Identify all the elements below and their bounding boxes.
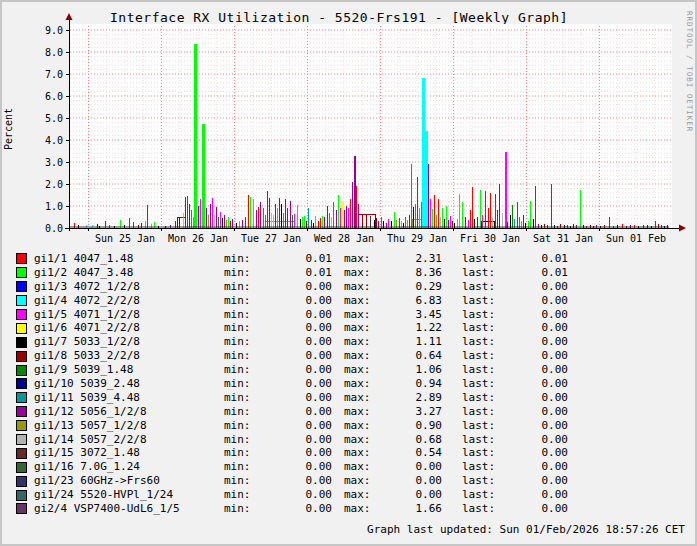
legend-max-label: max: [344,266,380,280]
legend-min-value: 0.00 [260,474,332,488]
legend-color-swatch [16,476,27,487]
legend-color-swatch [16,323,27,334]
legend-max-label: max: [344,335,380,349]
legend-min-label: min: [224,335,260,349]
legend-min-label: min: [224,308,260,322]
legend-min-label: min: [224,252,260,266]
legend-min-value: 0.00 [260,488,332,502]
legend-max-value: 1.66 [380,502,442,516]
svg-text:6.0: 6.0 [45,91,63,102]
legend-last-label: last: [462,377,506,391]
legend-last-label: last: [462,433,506,447]
legend-min-label: min: [224,474,260,488]
legend-min-value: 0.00 [260,280,332,294]
legend-last-label: last: [462,266,506,280]
legend-min-label: min: [224,294,260,308]
legend-color-swatch [16,378,27,389]
legend-last-value: 0.00 [506,488,568,502]
x-axis-tick-labels: Sun 25 JanMon 26 JanTue 27 JanWed 28 Jan… [95,233,666,244]
legend-last-value: 0.00 [506,433,568,447]
legend-color-swatch [16,420,27,431]
legend-series-name: gi1/23 60GHz->Frs60 [34,474,224,488]
legend-max-label: max: [344,294,380,308]
legend-last-label: last: [462,308,506,322]
legend-row: gi1/5 4071_1/2/8min:0.00max:3.45last:0.0… [2,308,697,322]
legend-color-swatch [16,503,27,514]
legend-row: gi1/24 5520-HVPl_1/24min:0.00max:0.00las… [2,488,697,502]
legend-row: gi1/23 60GHz->Frs60min:0.00max:0.00last:… [2,474,697,488]
legend-min-value: 0.00 [260,294,332,308]
legend-last-label: last: [462,488,506,502]
legend-max-value: 0.29 [380,280,442,294]
legend-min-value: 0.00 [260,419,332,433]
legend-max-value: 0.00 [380,460,442,474]
legend-color-swatch [16,490,27,501]
legend-row: gi1/12 5056_1/2/8min:0.00max:3.27last:0.… [2,405,697,419]
legend-last-label: last: [462,294,506,308]
legend-series-name: gi1/1 4047_1.48 [34,252,224,266]
legend-max-value: 3.27 [380,405,442,419]
legend-min-label: min: [224,446,260,460]
legend-max-value: 3.45 [380,308,442,322]
legend-max-value: 1.11 [380,335,442,349]
legend-max-label: max: [344,502,380,516]
legend-max-label: max: [344,446,380,460]
legend-min-value: 0.01 [260,252,332,266]
legend-last-value: 0.00 [506,419,568,433]
legend-last-label: last: [462,474,506,488]
svg-text:Sun 01 Feb: Sun 01 Feb [606,233,666,244]
legend-max-label: max: [344,419,380,433]
legend-max-label: max: [344,349,380,363]
legend-min-value: 0.00 [260,308,332,322]
legend-last-label: last: [462,419,506,433]
legend-row: gi1/8 5033_2/2/8min:0.00max:0.64last:0.0… [2,349,697,363]
legend-max-value: 8.36 [380,266,442,280]
legend-last-label: last: [462,391,506,405]
legend-min-value: 0.00 [260,391,332,405]
legend-color-swatch [16,406,27,417]
legend-max-label: max: [344,280,380,294]
legend-max-label: max: [344,405,380,419]
legend-row: gi1/15 3072_1.48min:0.00max:0.54last:0.0… [2,446,697,460]
svg-text:Wed 28 Jan: Wed 28 Jan [314,233,374,244]
legend-series-name: gi1/10 5039_2.48 [34,377,224,391]
legend-color-swatch [16,253,27,264]
legend-min-label: min: [224,266,260,280]
svg-text:Tue 27 Jan: Tue 27 Jan [241,233,301,244]
svg-text:1.0: 1.0 [45,201,63,212]
legend-row: gi1/10 5039_2.48min:0.00max:0.94last:0.0… [2,377,697,391]
legend-color-swatch [16,365,27,376]
svg-text:Mon 26 Jan: Mon 26 Jan [168,233,228,244]
legend-table: gi1/1 4047_1.48min:0.01max:2.31last:0.01… [2,252,697,516]
legend-series-name: gi1/16 7.0G_1.24 [34,460,224,474]
legend-last-value: 0.00 [506,349,568,363]
legend-row: gi1/9 5039_1.48min:0.00max:1.06last:0.00 [2,363,697,377]
legend-min-label: min: [224,363,260,377]
legend-min-value: 0.00 [260,377,332,391]
svg-text:5.0: 5.0 [45,113,63,124]
legend-last-label: last: [462,405,506,419]
legend-series-name: gi1/7 5033_1/2/8 [34,335,224,349]
legend-last-value: 0.00 [506,280,568,294]
legend-last-value: 0.00 [506,474,568,488]
legend-last-value: 0.00 [506,460,568,474]
legend-color-swatch [16,267,27,278]
legend-max-label: max: [344,460,380,474]
legend-row: gi1/6 4071_2/2/8min:0.00max:1.22last:0.0… [2,321,697,335]
legend-max-value: 6.83 [380,294,442,308]
legend-max-label: max: [344,308,380,322]
legend-max-label: max: [344,252,380,266]
legend-max-value: 2.89 [380,391,442,405]
legend-min-value: 0.00 [260,363,332,377]
legend-color-swatch [16,448,27,459]
legend-color-swatch [16,281,27,292]
legend-last-value: 0.00 [506,502,568,516]
svg-text:7.0: 7.0 [45,69,63,80]
legend-min-value: 0.00 [260,446,332,460]
legend-color-swatch [16,337,27,348]
legend-last-label: last: [462,460,506,474]
legend-row: gi1/3 4072_1/2/8min:0.00max:0.29last:0.0… [2,280,697,294]
legend-row: gi1/14 5057_2/2/8min:0.00max:0.68last:0.… [2,433,697,447]
legend-last-label: last: [462,502,506,516]
legend-last-value: 0.00 [506,335,568,349]
